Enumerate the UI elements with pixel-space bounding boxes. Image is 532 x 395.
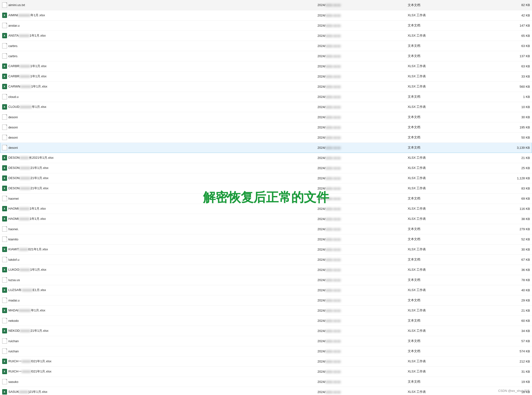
file-name-cell: haonei. bbox=[0, 224, 316, 234]
file-type-cell: XLSX 工作表 bbox=[406, 71, 478, 81]
table-row[interactable]: desoni2024/xx/xx xx:xx文本文档3,139 KB bbox=[0, 142, 532, 153]
txt-icon bbox=[2, 94, 7, 99]
table-row[interactable]: LUKDOxxxxxxx1年1月.xlsx2024/xx/xx xx:xxXLS… bbox=[0, 265, 532, 275]
xlsx-icon bbox=[2, 328, 7, 333]
table-row[interactable]: lukdof.u2024/xx/xx xx:xx文本文档67 KB bbox=[0, 254, 532, 265]
table-row[interactable]: carbro.2024/xx/xx xx:xx文本文档63 KB bbox=[0, 41, 532, 51]
table-row[interactable]: AIMINIxxxxxxxx年1月.xlsx2024/xx/xx xx:xxXL… bbox=[0, 10, 532, 20]
file-size-cell: 10 KB bbox=[478, 102, 532, 112]
table-row[interactable]: cloud.u2024/xx/xx xx:xx文本文档1 KB bbox=[0, 92, 532, 102]
file-type-cell: 文本文档 bbox=[406, 295, 478, 305]
table-row[interactable]: aimini.us.txt2024/xx/xx xx:xx文本文档82 KB bbox=[0, 0, 532, 10]
file-name-cell: LUKDOxxxxxxx1年1月.xlsx bbox=[0, 265, 316, 275]
table-row[interactable]: anstar.u2024/xx/xx xx:xx文本文档147 KB bbox=[0, 20, 532, 31]
file-size-cell: 67 KB bbox=[478, 254, 532, 265]
file-name-text: MADAIxxxxxxxx年1月.xlsx bbox=[8, 308, 45, 313]
table-row[interactable]: CARBRxxxxxxx1年1月.xlsx2024/xx/xx xx:xxXLS… bbox=[0, 71, 532, 81]
file-name-cell: kiamito bbox=[0, 234, 316, 244]
txt-icon bbox=[2, 135, 7, 140]
file-date-cell: 2024/xx/xx xx:xx bbox=[316, 254, 406, 265]
table-row[interactable]: ruichan2024/xx/xx xx:xx文本文档574 KB bbox=[0, 346, 532, 356]
file-size-cell: 63 KB bbox=[478, 61, 532, 71]
table-row[interactable]: sasuko2024/xx/xx xx:xx文本文档19 KB bbox=[0, 377, 532, 387]
file-date-cell: 2024/xx/xx xx:xx bbox=[316, 71, 406, 81]
table-row[interactable]: madai.u2024/xx/xx xx:xx文本文档29 KB bbox=[0, 295, 532, 305]
file-name-text: CARBRxxxxxxx1年1月.xlsx bbox=[8, 74, 47, 79]
file-date-cell: 2024/xx/xx xx:xx bbox=[316, 275, 406, 285]
file-date-cell: 2024/xx/xx xx:xx bbox=[316, 387, 406, 395]
table-row[interactable]: luzsa.us2024/xx/xx xx:xx文本文档78 KB bbox=[0, 275, 532, 285]
file-size-cell: 21 KB bbox=[478, 305, 532, 316]
file-date-cell: 2024/xx/xx xx:xx bbox=[316, 377, 406, 387]
table-row[interactable]: desoni2024/xx/xx xx:xx文本文档50 KB bbox=[0, 132, 532, 142]
xlsx-icon bbox=[2, 13, 7, 18]
table-row[interactable]: DESONxxxxxxx21年1月.xlsx2024/xx/xx xx:xxXL… bbox=[0, 163, 532, 173]
file-name-text: DESONxxxxxxx21年1月.xlsx bbox=[8, 176, 48, 180]
table-row[interactable]: KIAMITxxxxxx021年1月.xlsx2024/xx/xx xx:xxX… bbox=[0, 244, 532, 254]
txt-icon bbox=[2, 23, 7, 28]
table-row[interactable]: carbro.2024/xx/xx xx:xx文本文档137 KB bbox=[0, 51, 532, 61]
file-size-cell: 83 KB bbox=[478, 183, 532, 193]
file-name-cell: CARWNxxxxxxx1年1月.xlsx bbox=[0, 81, 316, 92]
table-row[interactable]: nekodo2024/xx/xx xx:xx文本文档60 KB bbox=[0, 316, 532, 326]
file-size-cell: 30 KB bbox=[478, 112, 532, 122]
table-row[interactable]: desoni2024/xx/xx xx:xx文本文档195 KB bbox=[0, 122, 532, 132]
file-type-cell: XLSX 工作表 bbox=[406, 81, 478, 92]
file-type-cell: 文本文档 bbox=[406, 336, 478, 346]
table-row[interactable]: DESONxxxxxx长2021年1月.xlsx2024/xx/xx xx:xx… bbox=[0, 153, 532, 163]
file-size-cell: 147 KB bbox=[478, 20, 532, 31]
file-size-cell: 52 KB bbox=[478, 234, 532, 244]
file-name-text: ruichan bbox=[8, 349, 19, 353]
xlsx-icon bbox=[2, 33, 7, 38]
table-row[interactable]: HAOMIxxxxxxx1年1月.xlsx2024/xx/xx xx:xxXLS… bbox=[0, 204, 532, 214]
table-row[interactable]: DESONxxxxxxx21年1月.xlsx2024/xx/xx xx:xxXL… bbox=[0, 183, 532, 193]
file-date-cell: 2024/xx/xx xx:xx bbox=[316, 81, 406, 92]
table-row[interactable]: haonei.2024/xx/xx xx:xx文本文档279 KB bbox=[0, 224, 532, 234]
table-row[interactable]: LUZSA年xxxxxxxE1月.xlsx2024/xx/xx xx:xxXLS… bbox=[0, 285, 532, 295]
file-date-cell: 2024/xx/xx xx:xx bbox=[316, 204, 406, 214]
file-date-cell: 2024/xx/xx xx:xx bbox=[316, 183, 406, 193]
file-name-text: SASUKxxxxxx)21年1月.xlsx bbox=[8, 390, 47, 394]
file-name-text: carbro. bbox=[8, 54, 18, 58]
table-row[interactable]: ruichan2024/xx/xx xx:xx文本文档57 KB bbox=[0, 336, 532, 346]
table-row[interactable]: CLOUDxxxxxxxx年1月.xlsx2024/xx/xx xx:xxXLS… bbox=[0, 102, 532, 112]
table-row[interactable]: SASUKxxxxxx)21年1月.xlsx2024/xx/xx xx:xxXL… bbox=[0, 387, 532, 395]
xlsx-icon bbox=[2, 216, 7, 221]
xlsx-icon bbox=[2, 287, 7, 293]
table-row[interactable]: ANSTAxxxxxxx1年1月.xlsx2024/xx/xx xx:xxXLS… bbox=[0, 31, 532, 41]
file-type-cell: XLSX 工作表 bbox=[406, 31, 478, 41]
file-date-cell: 2024/xx/xx xx:xx bbox=[316, 295, 406, 305]
file-type-cell: 文本文档 bbox=[406, 41, 478, 51]
file-size-cell: 36 KB bbox=[478, 265, 532, 275]
table-row[interactable]: NEKODxxxxxxx21年1月.xlsx2024/xx/xx xx:xxXL… bbox=[0, 326, 532, 336]
file-name-cell: luzsa.us bbox=[0, 275, 316, 285]
file-name-text: cloud.u bbox=[8, 95, 19, 99]
table-row[interactable]: RUICH一xxxxxx!021年1月.xlsx2024/xx/xx xx:xx… bbox=[0, 366, 532, 377]
file-name-cell: DESONxxxxxx长2021年1月.xlsx bbox=[0, 153, 316, 163]
file-size-cell: 19 KB bbox=[478, 377, 532, 387]
file-name-text: desoni bbox=[8, 136, 18, 139]
table-row[interactable]: desoni2024/xx/xx xx:xx文本文档30 KB bbox=[0, 112, 532, 122]
file-type-cell: 文本文档 bbox=[406, 122, 478, 132]
file-name-cell: carbro. bbox=[0, 51, 316, 61]
xlsx-icon bbox=[2, 74, 7, 79]
table-row[interactable]: kiamito2024/xx/xx xx:xx文本文档52 KB bbox=[0, 234, 532, 244]
file-type-cell: XLSX 工作表 bbox=[406, 183, 478, 193]
table-row[interactable]: RUICH一xxxxxx!021年1月.xlsx2024/xx/xx xx:xx… bbox=[0, 356, 532, 366]
table-row[interactable]: CARBRxxxxxxx1年1月.xlsx2024/xx/xx xx:xxXLS… bbox=[0, 61, 532, 71]
table-row[interactable]: CARWNxxxxxxx1年1月.xlsx2024/xx/xx xx:xxXLS… bbox=[0, 81, 532, 92]
table-row[interactable]: HAOMIxxxxxxx1年1月.xlsx2024/xx/xx xx:xxXLS… bbox=[0, 214, 532, 224]
file-date-cell: 2024/xx/xx xx:xx bbox=[316, 51, 406, 61]
file-name-cell: DESONxxxxxxx21年1月.xlsx bbox=[0, 173, 316, 183]
file-type-cell: 文本文档 bbox=[406, 132, 478, 142]
file-date-cell: 2024/xx/xx xx:xx bbox=[316, 244, 406, 254]
file-size-cell: 21 KB bbox=[478, 153, 532, 163]
table-row[interactable]: DESONxxxxxxx21年1月.xlsx2024/xx/xx xx:xxXL… bbox=[0, 173, 532, 183]
file-type-cell: 文本文档 bbox=[406, 51, 478, 61]
file-name-cell: cloud.u bbox=[0, 92, 316, 102]
table-row[interactable]: haomei2024/xx/xx xx:xx文本文档69 KB bbox=[0, 193, 532, 204]
file-date-cell: 2024/xx/xx xx:xx bbox=[316, 305, 406, 316]
xlsx-icon bbox=[2, 308, 7, 313]
table-row[interactable]: MADAIxxxxxxxx年1月.xlsx2024/xx/xx xx:xxXLS… bbox=[0, 305, 532, 316]
file-name-text: LUKDOxxxxxxx1年1月.xlsx bbox=[8, 268, 47, 272]
